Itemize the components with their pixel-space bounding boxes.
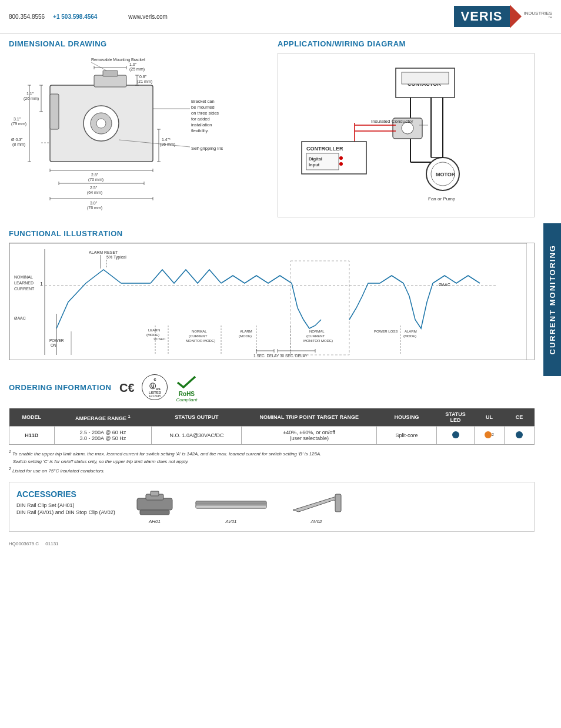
svg-text:30 SEC: 30 SEC xyxy=(153,337,166,341)
side-tab: CURRENT MONITORING xyxy=(543,223,561,376)
footnote1b: Switch setting 'C' is for on/off status … xyxy=(9,459,535,464)
svg-text:installation: installation xyxy=(191,122,212,128)
svg-text:(CURRENT: (CURRENT xyxy=(306,334,325,338)
ordering-header: ORDERING INFORMATION C€ c ⓤus LISTED E21… xyxy=(9,372,535,402)
svg-text:ON: ON xyxy=(51,343,56,347)
svg-text:ØAAC: ØAAC xyxy=(439,283,450,287)
svg-text:MONITOR MODE): MONITOR MODE) xyxy=(186,339,215,343)
av02-image xyxy=(287,489,346,519)
col-status: STATUS OUTPUT xyxy=(152,408,242,427)
svg-text:Ø 0.3": Ø 0.3" xyxy=(11,137,23,142)
svg-text:(64 mm): (64 mm) xyxy=(87,190,102,195)
logo-text: VERIS xyxy=(454,6,510,27)
doc-number: HQ0003679.C xyxy=(9,541,39,546)
main-content: DIMENSIONAL DRAWING Removable Mounting B… xyxy=(0,33,561,538)
wiring-diagram: CONTACTOR Insulated Conductor xyxy=(278,53,535,217)
cell-amperage: 2.5 - 200A @ 60 Hz3.0 - 200A @ 50 Hz xyxy=(54,427,152,445)
functional-section: FUNCTIONAL ILLUSTRATION NOMINAL LEARNED … xyxy=(9,229,535,360)
logo-arrow xyxy=(510,5,522,28)
phone2: +1 503.598.4564 xyxy=(53,14,97,20)
svg-text:Digital: Digital xyxy=(309,156,322,162)
svg-text:on three sides: on three sides xyxy=(191,110,219,116)
rohs-label: RoHS xyxy=(179,391,195,397)
svg-rect-89 xyxy=(9,243,527,360)
dimensional-title: DIMENSIONAL DRAWING xyxy=(9,39,266,48)
ordering-table: MODEL AMPERAGE RANGE 1 STATUS OUTPUT NOM… xyxy=(9,408,535,445)
svg-point-79 xyxy=(339,162,343,166)
svg-text:(8 mm): (8 mm) xyxy=(12,142,25,147)
cell-ce xyxy=(504,427,534,445)
svg-text:30 SEC. DELAY: 30 SEC. DELAY xyxy=(280,354,308,358)
svg-rect-139 xyxy=(140,510,169,515)
side-tab-label: CURRENT MONITORING xyxy=(548,244,557,354)
cell-trip-point: ±40%, ±60%, or on/off(user selectable) xyxy=(242,427,377,445)
svg-text:0.8": 0.8" xyxy=(139,75,147,79)
svg-text:MOTOR: MOTOR xyxy=(436,172,456,177)
dimensional-drawing: Removable Mounting Bracket xyxy=(9,53,266,212)
svg-text:1.0": 1.0" xyxy=(129,62,137,66)
svg-point-78 xyxy=(339,156,343,160)
accessories-images: AH01 AV01 AV02 xyxy=(134,489,527,524)
svg-text:1: 1 xyxy=(40,281,43,287)
svg-text:(76 mm): (76 mm) xyxy=(87,206,102,210)
wiring-section: APPLICATION/WIRING DIAGRAM CONTACTOR xyxy=(278,39,535,217)
ordering-section: ORDERING INFORMATION C€ c ⓤus LISTED E21… xyxy=(9,372,535,473)
acc-item-2: DIN Rail (AV01) and DIN Stop Clip (AV02) xyxy=(16,509,122,515)
svg-text:Fan or Pump: Fan or Pump xyxy=(428,196,456,202)
logo-area: VERIS INDUSTRIES ™ xyxy=(454,5,552,28)
functional-chart: NOMINAL LEARNED CURRENT ØAAC POWER ON xyxy=(9,243,535,360)
functional-svg: NOMINAL LEARNED CURRENT ØAAC POWER ON xyxy=(9,243,527,360)
svg-text:(21 mm): (21 mm) xyxy=(137,79,152,84)
ul-c-label: c xyxy=(153,377,156,382)
col-ce: CE xyxy=(504,408,534,427)
footnote2: 2 Listed for use on 75°C insulated condu… xyxy=(9,467,535,474)
svg-text:flexibility.: flexibility. xyxy=(191,128,209,133)
ce-symbol: C€ xyxy=(118,379,135,395)
av02-label: AV02 xyxy=(310,519,322,524)
cell-housing: Split-core xyxy=(377,427,437,445)
svg-rect-142 xyxy=(196,505,266,508)
svg-text:CURRENT: CURRENT xyxy=(14,287,35,291)
ul-dot xyxy=(485,431,492,438)
svg-text:2.8": 2.8" xyxy=(91,173,99,177)
acc-av02: AV02 xyxy=(287,489,346,524)
svg-text:1.1": 1.1" xyxy=(26,92,34,96)
svg-text:ALARM: ALARM xyxy=(240,330,252,333)
svg-text:(MODE): (MODE) xyxy=(239,334,252,338)
svg-text:ALARM RESET: ALARM RESET xyxy=(89,250,118,254)
ul-number: E212445 xyxy=(149,394,161,398)
col-housing: HOUSING xyxy=(377,408,437,427)
top-section: DIMENSIONAL DRAWING Removable Mounting B… xyxy=(9,39,535,217)
acc-ah01: AH01 xyxy=(134,489,175,524)
svg-text:LEARNED: LEARNED xyxy=(14,281,34,285)
svg-text:CONTROLLER: CONTROLLER xyxy=(306,146,343,152)
svg-text:ALARM: ALARM xyxy=(405,330,417,333)
svg-text:C€: C€ xyxy=(119,381,135,394)
col-trip: NOMINAL TRIP POINT TARGET RANGE xyxy=(242,408,377,427)
svg-text:Insulated Conductor: Insulated Conductor xyxy=(371,119,413,124)
svg-text:3.1": 3.1" xyxy=(14,117,21,121)
ce-mark-group: C€ xyxy=(118,379,135,395)
page-header: 800.354.8556 +1 503.598.4564 www.veris.c… xyxy=(0,0,561,33)
led-dot xyxy=(452,431,459,438)
accessories-section: ACCESSORIES DIN Rail Clip Set (AH01) DIN… xyxy=(9,482,535,532)
functional-title: FUNCTIONAL ILLUSTRATION xyxy=(9,229,535,238)
svg-text:POWER LOSS: POWER LOSS xyxy=(374,330,398,333)
svg-text:Bracket can: Bracket can xyxy=(191,99,215,104)
svg-point-67 xyxy=(402,122,413,134)
col-model: MODEL xyxy=(9,408,55,427)
accessories-title: ACCESSORIES xyxy=(16,489,122,499)
website: www.veris.com xyxy=(128,14,168,20)
acc-item-1: DIN Rail Clip Set (AH01) xyxy=(16,502,122,508)
svg-text:for added: for added xyxy=(191,116,210,122)
wiring-svg: CONTACTOR Insulated Conductor xyxy=(284,59,507,215)
svg-text:be mounted: be mounted xyxy=(191,105,215,110)
contact-info: 800.354.8556 +1 503.598.4564 www.veris.c… xyxy=(9,14,168,20)
cell-led xyxy=(437,427,475,445)
svg-rect-7 xyxy=(50,94,59,129)
svg-rect-141 xyxy=(196,501,266,504)
cell-status-output: N.O. 1.0A@30VAC/DC xyxy=(152,427,242,445)
svg-text:Self-gripping Iris: Self-gripping Iris xyxy=(191,146,223,151)
cell-model: H11D xyxy=(9,427,55,445)
svg-text:Input: Input xyxy=(309,162,320,167)
